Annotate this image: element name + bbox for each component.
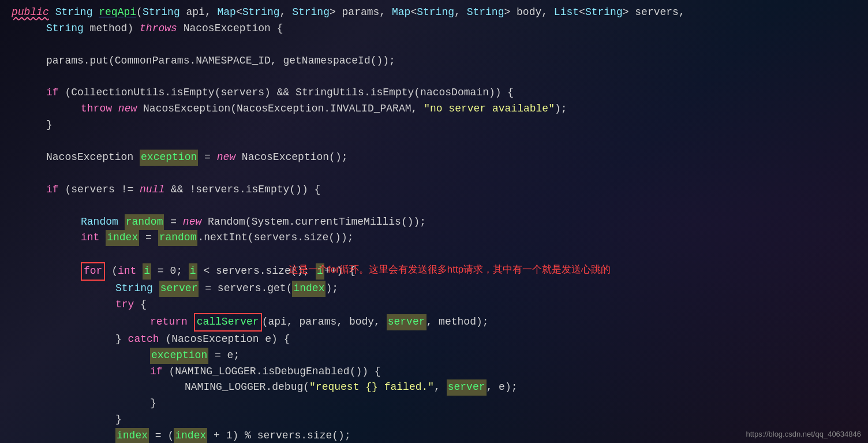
- var-server3: server: [447, 379, 487, 396]
- var-server: server: [159, 281, 199, 297]
- code-line-6: }: [12, 117, 856, 133]
- code-line-21: index = ( index + 1) % servers.size();: [12, 428, 856, 443]
- code-line-3: params.put(CommonParams.NAMESPACE_ID, ge…: [12, 53, 856, 69]
- code-line-9: Random random = new Random(System.curren…: [12, 214, 856, 230]
- watermark: https://blog.csdn.net/qq_40634846: [746, 430, 862, 438]
- method-reqapi: reqApi: [99, 5, 136, 21]
- code-line-2: String method) throws NacosException {: [12, 21, 856, 37]
- code-line-12: String server = servers.get( index );: [12, 281, 856, 297]
- method-callserver-boxed: callServer: [194, 313, 262, 332]
- var-i2: i: [189, 263, 197, 280]
- annotation-for-loop: 这是一个for循环。这里会有发送很多http请求，其中有一个就是发送心跳的: [289, 262, 611, 277]
- code-line-11: for ( int i = 0; i < servers.size(); i +…: [12, 262, 856, 281]
- code-line-10: int index = random .nextInt(servers.size…: [12, 230, 856, 246]
- code-line-7: NacosException exception = new NacosExce…: [12, 150, 856, 166]
- blank-line-5: [12, 198, 856, 214]
- keyword-throws: throws: [140, 21, 177, 37]
- var-index: index: [106, 230, 139, 246]
- code-line-4: if (CollectionUtils.isEmpty(servers) && …: [12, 85, 856, 101]
- var-random: random: [125, 214, 164, 230]
- keyword-for-boxed: for: [81, 262, 105, 281]
- code-line-17: if (NAMING_LOGGER.isDebugEnabled()) {: [12, 364, 856, 380]
- code-line-19: }: [12, 396, 856, 412]
- code-line-16: exception = e;: [12, 348, 856, 364]
- blank-line-3: [12, 133, 856, 150]
- var-exception: exception: [140, 150, 198, 166]
- type-string: String: [55, 5, 93, 21]
- type-string2: String: [143, 5, 180, 21]
- var-random2: random: [158, 230, 198, 246]
- code-line-13: try {: [12, 297, 856, 313]
- var-index4: index: [174, 428, 207, 443]
- var-exception2: exception: [150, 348, 208, 364]
- code-line-5: throw new NacosException(NacosException.…: [12, 101, 856, 117]
- var-index3: index: [115, 428, 149, 443]
- code-line-20: }: [12, 412, 856, 428]
- keyword-public: public: [12, 5, 49, 21]
- code-line-15: } catch (NacosException e) {: [12, 332, 856, 348]
- code-line-1: public String reqApi ( String api, Map <…: [12, 5, 856, 21]
- code-line-8: if (servers != null && !servers.isEmpty(…: [12, 182, 856, 198]
- var-index2: index: [292, 281, 326, 297]
- blank-line-4: [12, 166, 856, 182]
- blank-line-6: [12, 246, 856, 262]
- blank-line-1: [12, 37, 856, 53]
- var-server2: server: [387, 314, 426, 330]
- blank-line-2: [12, 69, 856, 85]
- code-container: public String reqApi ( String api, Map <…: [0, 0, 868, 443]
- code-line-14: return callServer (api, params, body, se…: [12, 313, 856, 332]
- var-i: i: [143, 263, 151, 280]
- code-line-18: NAMING_LOGGER.debug( "request {} failed.…: [12, 379, 856, 396]
